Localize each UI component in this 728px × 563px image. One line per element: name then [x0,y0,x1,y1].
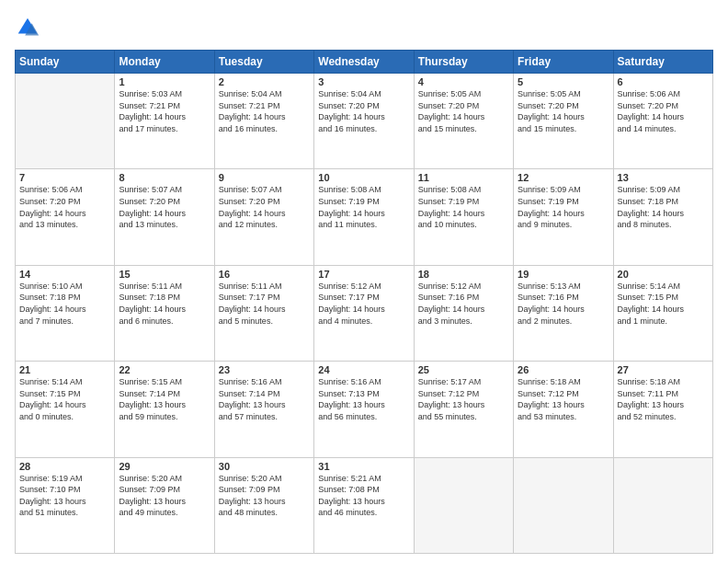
day-info: Sunrise: 5:18 AM Sunset: 7:12 PM Dayligh… [518,376,609,422]
day-number: 19 [518,269,609,280]
day-info: Sunrise: 5:06 AM Sunset: 7:20 PM Dayligh… [618,88,709,134]
calendar-cell: 31Sunrise: 5:21 AM Sunset: 7:08 PM Dayli… [314,457,414,553]
header-cell-saturday: Saturday [613,51,712,74]
day-number: 3 [318,76,409,87]
calendar-cell: 6Sunrise: 5:06 AM Sunset: 7:20 PM Daylig… [613,74,712,169]
day-number: 12 [518,172,609,183]
day-number: 6 [618,76,709,87]
header-cell-wednesday: Wednesday [314,51,414,74]
day-info: Sunrise: 5:04 AM Sunset: 7:21 PM Dayligh… [219,88,310,134]
day-number: 29 [119,461,210,472]
calendar-cell: 29Sunrise: 5:20 AM Sunset: 7:09 PM Dayli… [115,457,214,553]
day-number: 28 [19,461,110,472]
day-info: Sunrise: 5:08 AM Sunset: 7:19 PM Dayligh… [418,184,509,230]
day-number: 13 [618,172,709,183]
calendar-cell: 15Sunrise: 5:11 AM Sunset: 7:18 PM Dayli… [115,265,214,361]
day-info: Sunrise: 5:14 AM Sunset: 7:15 PM Dayligh… [19,376,110,422]
calendar-cell: 25Sunrise: 5:17 AM Sunset: 7:12 PM Dayli… [414,362,513,457]
day-number: 9 [219,172,310,183]
calendar-body: 1Sunrise: 5:03 AM Sunset: 7:21 PM Daylig… [16,74,713,554]
calendar-cell: 30Sunrise: 5:20 AM Sunset: 7:09 PM Dayli… [214,457,313,553]
day-info: Sunrise: 5:07 AM Sunset: 7:20 PM Dayligh… [219,184,310,230]
day-info: Sunrise: 5:21 AM Sunset: 7:08 PM Dayligh… [318,473,409,519]
day-info: Sunrise: 5:05 AM Sunset: 7:20 PM Dayligh… [518,88,609,134]
day-number: 8 [119,172,210,183]
day-number: 31 [318,461,409,472]
day-number: 15 [119,269,210,280]
day-info: Sunrise: 5:16 AM Sunset: 7:13 PM Dayligh… [318,376,409,422]
day-info: Sunrise: 5:06 AM Sunset: 7:20 PM Dayligh… [19,184,110,230]
calendar-cell [514,457,613,553]
day-number: 7 [19,172,110,183]
header-cell-friday: Friday [514,51,613,74]
logo-icon [15,15,40,40]
calendar-table: SundayMondayTuesdayWednesdayThursdayFrid… [15,50,713,554]
day-number: 10 [318,172,409,183]
calendar-cell: 27Sunrise: 5:18 AM Sunset: 7:11 PM Dayli… [613,362,712,457]
day-info: Sunrise: 5:16 AM Sunset: 7:14 PM Dayligh… [219,376,310,422]
header-cell-tuesday: Tuesday [214,51,313,74]
day-number: 16 [219,269,310,280]
calendar-cell: 11Sunrise: 5:08 AM Sunset: 7:19 PM Dayli… [414,169,513,265]
header [15,15,713,40]
calendar-cell: 14Sunrise: 5:10 AM Sunset: 7:18 PM Dayli… [16,265,115,361]
day-info: Sunrise: 5:09 AM Sunset: 7:18 PM Dayligh… [618,184,709,230]
header-cell-sunday: Sunday [16,51,115,74]
day-info: Sunrise: 5:07 AM Sunset: 7:20 PM Dayligh… [119,184,210,230]
calendar-header: SundayMondayTuesdayWednesdayThursdayFrid… [16,51,713,74]
day-info: Sunrise: 5:12 AM Sunset: 7:17 PM Dayligh… [318,281,409,327]
day-number: 17 [318,269,409,280]
calendar-cell: 16Sunrise: 5:11 AM Sunset: 7:17 PM Dayli… [214,265,313,361]
day-number: 14 [19,269,110,280]
day-number: 2 [219,76,310,87]
page: SundayMondayTuesdayWednesdayThursdayFrid… [0,0,728,563]
header-cell-monday: Monday [115,51,214,74]
calendar-cell: 28Sunrise: 5:19 AM Sunset: 7:10 PM Dayli… [16,457,115,553]
day-number: 18 [418,269,509,280]
day-info: Sunrise: 5:08 AM Sunset: 7:19 PM Dayligh… [318,184,409,230]
day-info: Sunrise: 5:09 AM Sunset: 7:19 PM Dayligh… [518,184,609,230]
calendar-cell: 17Sunrise: 5:12 AM Sunset: 7:17 PM Dayli… [314,265,414,361]
calendar-cell: 18Sunrise: 5:12 AM Sunset: 7:16 PM Dayli… [414,265,513,361]
day-info: Sunrise: 5:17 AM Sunset: 7:12 PM Dayligh… [418,376,509,422]
day-info: Sunrise: 5:19 AM Sunset: 7:10 PM Dayligh… [19,473,110,519]
calendar-cell: 2Sunrise: 5:04 AM Sunset: 7:21 PM Daylig… [214,74,313,169]
day-info: Sunrise: 5:04 AM Sunset: 7:20 PM Dayligh… [318,88,409,134]
calendar-cell: 7Sunrise: 5:06 AM Sunset: 7:20 PM Daylig… [16,169,115,265]
calendar-cell: 4Sunrise: 5:05 AM Sunset: 7:20 PM Daylig… [414,74,513,169]
day-number: 24 [318,364,409,375]
day-number: 30 [219,461,310,472]
day-info: Sunrise: 5:18 AM Sunset: 7:11 PM Dayligh… [618,376,709,422]
calendar-cell [613,457,712,553]
calendar-cell: 21Sunrise: 5:14 AM Sunset: 7:15 PM Dayli… [16,362,115,457]
day-info: Sunrise: 5:10 AM Sunset: 7:18 PM Dayligh… [19,281,110,327]
header-row: SundayMondayTuesdayWednesdayThursdayFrid… [16,51,713,74]
calendar-cell: 13Sunrise: 5:09 AM Sunset: 7:18 PM Dayli… [613,169,712,265]
day-number: 1 [119,76,210,87]
calendar-cell: 20Sunrise: 5:14 AM Sunset: 7:15 PM Dayli… [613,265,712,361]
day-number: 25 [418,364,509,375]
calendar-row-1: 7Sunrise: 5:06 AM Sunset: 7:20 PM Daylig… [16,169,713,265]
day-info: Sunrise: 5:14 AM Sunset: 7:15 PM Dayligh… [618,281,709,327]
day-number: 4 [418,76,509,87]
day-info: Sunrise: 5:05 AM Sunset: 7:20 PM Dayligh… [418,88,509,134]
day-number: 26 [518,364,609,375]
calendar-row-3: 21Sunrise: 5:14 AM Sunset: 7:15 PM Dayli… [16,362,713,457]
day-info: Sunrise: 5:20 AM Sunset: 7:09 PM Dayligh… [119,473,210,519]
day-info: Sunrise: 5:15 AM Sunset: 7:14 PM Dayligh… [119,376,210,422]
calendar-cell: 1Sunrise: 5:03 AM Sunset: 7:21 PM Daylig… [115,74,214,169]
calendar-row-2: 14Sunrise: 5:10 AM Sunset: 7:18 PM Dayli… [16,265,713,361]
day-info: Sunrise: 5:03 AM Sunset: 7:21 PM Dayligh… [119,88,210,134]
calendar-cell: 26Sunrise: 5:18 AM Sunset: 7:12 PM Dayli… [514,362,613,457]
calendar-cell [16,74,115,169]
day-info: Sunrise: 5:13 AM Sunset: 7:16 PM Dayligh… [518,281,609,327]
day-number: 21 [19,364,110,375]
calendar-cell: 12Sunrise: 5:09 AM Sunset: 7:19 PM Dayli… [514,169,613,265]
day-info: Sunrise: 5:12 AM Sunset: 7:16 PM Dayligh… [418,281,509,327]
day-number: 22 [119,364,210,375]
calendar-row-4: 28Sunrise: 5:19 AM Sunset: 7:10 PM Dayli… [16,457,713,553]
calendar-cell: 19Sunrise: 5:13 AM Sunset: 7:16 PM Dayli… [514,265,613,361]
day-info: Sunrise: 5:20 AM Sunset: 7:09 PM Dayligh… [219,473,310,519]
calendar-cell: 3Sunrise: 5:04 AM Sunset: 7:20 PM Daylig… [314,74,414,169]
calendar-cell: 23Sunrise: 5:16 AM Sunset: 7:14 PM Dayli… [214,362,313,457]
